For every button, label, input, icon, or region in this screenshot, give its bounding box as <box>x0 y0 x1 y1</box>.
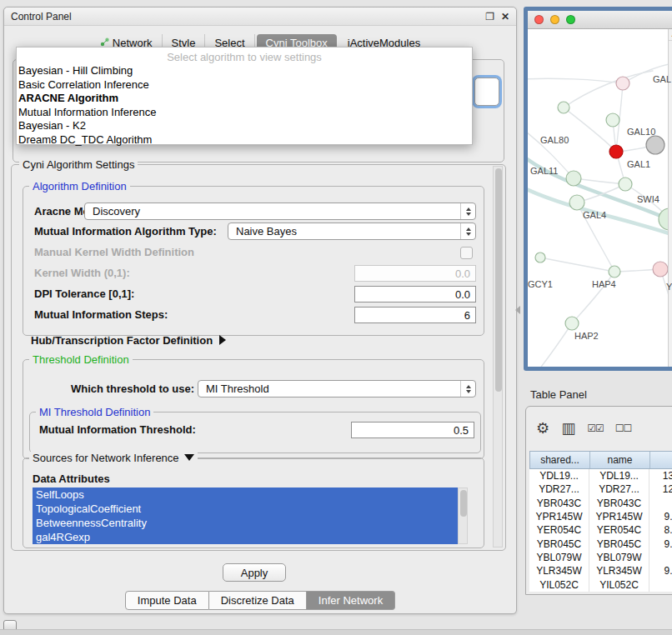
hub-section-toggle[interactable]: Hub/Transcription Factor Definition <box>31 334 226 347</box>
bottom-tab-infer-network[interactable]: Infer Network <box>307 591 395 610</box>
table-cell: 9. <box>649 537 672 550</box>
which-threshold-value: MI Threshold <box>206 382 269 395</box>
mi-steps-label: Mutual Information Steps: <box>34 308 168 321</box>
table-toolbar: ⚙▥☑☑☐☐ <box>526 413 631 443</box>
kernel-width-label: Kernel Width (0,1): <box>34 267 130 279</box>
table-row[interactable]: YBL079WYBL079W <box>529 551 672 564</box>
network-node[interactable] <box>609 145 623 158</box>
network-edge[interactable] <box>564 71 653 108</box>
gear-icon[interactable]: ⚙ <box>536 421 549 436</box>
expand-right-icon <box>219 335 226 345</box>
attribute-item-gal4rgexp[interactable]: gal4RGexp <box>33 530 468 544</box>
bottom-tab-discretize-data[interactable]: Discretize Data <box>209 591 307 610</box>
attribute-item-selfloops[interactable]: SelfLoops <box>33 488 468 502</box>
splitter-handle[interactable] <box>515 306 520 314</box>
table-row[interactable]: YDR27...YDR27...12 <box>529 482 672 496</box>
minimize-traffic-light[interactable] <box>550 15 559 24</box>
table-cell: 9. <box>649 510 672 523</box>
network-node[interactable] <box>619 178 632 191</box>
aracne-mode-combobox[interactable]: Discovery <box>84 202 476 220</box>
algorithm-option-basic-correlation-inference[interactable]: Basic Correlation Inference <box>17 78 472 92</box>
algorithm-option-bayesian-hill-climbing[interactable]: Bayesian - Hill Climbing <box>17 64 472 78</box>
table-row[interactable]: YBR043CYBR043C <box>529 497 672 510</box>
combo-stepper-icon <box>460 223 475 239</box>
deselect-all-icon[interactable]: ☐☐ <box>615 423 632 433</box>
node-label-y: Y <box>666 282 672 292</box>
app-root: Control Panel ❐ ✕ NetworkStyleSelectCyni… <box>0 0 672 635</box>
network-node[interactable] <box>565 317 579 330</box>
attribute-item-topologicalcoefficient[interactable]: TopologicalCoefficient <box>33 502 468 516</box>
table-row[interactable]: YPR145WYPR145W9. <box>529 510 672 523</box>
table-cell: YLR345W <box>589 564 649 578</box>
table-cell: YBR043C <box>529 497 589 510</box>
mi-type-combobox[interactable]: Naive Bayes <box>228 222 476 240</box>
zoom-traffic-light[interactable] <box>566 15 575 24</box>
mi-type-label: Mutual Information Algorithm Type: <box>34 222 217 240</box>
table-cell <box>649 578 672 591</box>
close-traffic-light[interactable] <box>534 15 544 24</box>
manual-kernel-label: Manual Kernel Width Definition <box>34 246 194 258</box>
table-row[interactable]: YER054CYER054C8. <box>529 523 672 537</box>
network-canvas[interactable]: ▲ GAL80GAL10GALGAL11GAL1SWI4GAL4GCY1HAP4… <box>528 29 672 367</box>
hub-section-label: Hub/Transcription Factor Definition <box>31 334 213 347</box>
algorithm-option-aracne-algorithm[interactable]: ARACNE Algorithm <box>17 92 472 106</box>
table-panel-window: ⚙▥☑☑☐☐ shared...name YDL19...YDL19...13Y… <box>525 406 672 595</box>
network-edge[interactable] <box>528 78 623 83</box>
algorithm-dropdown-popup: Select algorithm to view settings Bayesi… <box>16 47 473 145</box>
settings-scrollbar[interactable] <box>493 166 503 548</box>
table-row[interactable]: YDL19...YDL19...13 <box>529 469 672 482</box>
attribute-item-betweennesscentrality[interactable]: BetweennessCentrality <box>33 516 468 530</box>
table-cell: YBR045C <box>589 537 649 550</box>
mi-steps-field[interactable]: 6 <box>354 307 476 323</box>
network-node[interactable] <box>646 136 664 154</box>
algorithm-option-bayesian-k2[interactable]: Bayesian - K2 <box>17 119 472 133</box>
scroll-up-icon[interactable]: ▲ <box>669 29 672 41</box>
network-node[interactable] <box>653 262 668 277</box>
threshold-definition-title: Threshold Definition <box>29 353 133 366</box>
table-cell: YPR145W <box>589 510 649 523</box>
algorithm-definition-title: Algorithm Definition <box>29 180 130 192</box>
algorithm-option-mutual-information-inference[interactable]: Mutual Information Inference <box>17 106 472 120</box>
columns-icon[interactable]: ▥ <box>561 421 575 436</box>
panel-title: Control Panel <box>11 11 72 22</box>
column-header-shared[interactable]: shared... <box>530 452 590 468</box>
which-threshold-combobox[interactable]: MI Threshold <box>198 380 476 398</box>
mi-type-value: Naive Bayes <box>236 225 297 238</box>
close-panel-icon[interactable]: ✕ <box>501 11 509 22</box>
node-label-swi4: SWI4 <box>637 194 659 204</box>
network-node[interactable] <box>535 252 545 262</box>
dpi-tolerance-field[interactable]: 0.0 <box>354 286 476 302</box>
network-node[interactable] <box>606 113 619 127</box>
table-row[interactable]: YIL052CYIL052C <box>529 578 672 591</box>
aracne-mode-value: Discovery <box>93 205 140 218</box>
sources-group-toggle[interactable]: Sources for Network Inference <box>29 452 198 464</box>
focused-field[interactable] <box>474 78 499 106</box>
column-header-extra[interactable] <box>650 452 672 468</box>
kernel-width-field[interactable]: 0.0 <box>354 265 476 282</box>
table-row[interactable]: YBR045CYBR045C9. <box>529 537 672 550</box>
attribute-list-scrollbar[interactable] <box>458 488 468 544</box>
network-node[interactable] <box>558 102 569 113</box>
network-node[interactable] <box>616 77 629 90</box>
bottom-tab-impute-data[interactable]: Impute Data <box>125 591 209 610</box>
network-edge[interactable] <box>564 108 616 152</box>
table-cell: YDR27... <box>589 482 649 496</box>
table-body: YDL19...YDL19...13YDR27...YDR27...12YBR0… <box>529 469 672 592</box>
mi-threshold-field[interactable]: 0.5 <box>351 422 474 438</box>
node-label-gal80: GAL80 <box>540 135 569 145</box>
apply-button[interactable]: Apply <box>223 563 286 582</box>
table-cell: YDL19... <box>589 469 649 482</box>
manual-kernel-checkbox[interactable] <box>460 247 473 259</box>
float-panel-icon[interactable]: ❐ <box>485 11 494 22</box>
network-node[interactable] <box>609 266 620 278</box>
network-edge[interactable] <box>540 258 614 272</box>
network-edge[interactable] <box>528 323 572 367</box>
algorithm-option-dream8-dc-tdc-algorithm[interactable]: Dream8 DC_TDC Algorithm <box>17 133 472 148</box>
select-all-icon[interactable]: ☑☑ <box>587 423 604 433</box>
column-header-name[interactable]: name <box>590 452 650 468</box>
table-row[interactable]: YLR345WYLR345W9. <box>529 564 672 578</box>
network-node[interactable] <box>569 195 584 210</box>
network-node[interactable] <box>566 171 581 186</box>
node-label-gal10: GAL10 <box>627 127 655 137</box>
dropdown-placeholder: Select algorithm to view settings <box>17 50 472 64</box>
